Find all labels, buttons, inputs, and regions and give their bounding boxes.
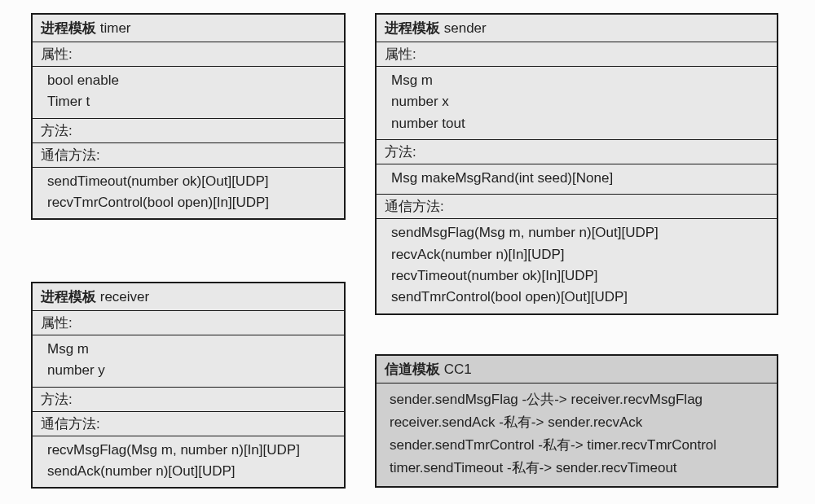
methods-label: 方法: (33, 119, 344, 143)
comm-body: sendMsgFlag(Msg m, number n)[Out][UDP] r… (377, 219, 777, 313)
attr-line: Msg m (47, 339, 336, 360)
channel-template-cc1: 信道模板 CC1 sender.sendMsgFlag -公共-> receiv… (375, 354, 778, 488)
header-name: timer (100, 20, 131, 36)
attrs-label: 属性: (377, 42, 777, 67)
methods-body: Msg makeMsgRand(int seed)[None] (377, 164, 777, 195)
comm-line: recvTmrControl(bool open)[In][UDP] (47, 192, 336, 213)
channel-line: receiver.sendAck -私有-> sender.recvAck (390, 411, 769, 434)
comm-line: sendAck(number n)[Out][UDP] (47, 461, 336, 482)
channel-body: sender.sendMsgFlag -公共-> receiver.recvMs… (377, 383, 777, 486)
methods-label: 方法: (377, 140, 777, 164)
attr-line: Msg m (391, 70, 769, 91)
comm-label: 通信方法: (377, 195, 777, 219)
process-template-receiver: 进程模板 receiver 属性: Msg m number y 方法: 通信方… (31, 282, 346, 489)
process-template-sender: 进程模板 sender 属性: Msg m number x number to… (375, 13, 778, 315)
attr-line: number tout (391, 113, 769, 134)
header-prefix: 进程模板 (385, 20, 440, 36)
attr-line: number x (391, 91, 769, 112)
comm-line: sendTimeout(number ok)[Out][UDP] (47, 171, 336, 192)
attr-line: number y (47, 360, 336, 381)
comm-body: sendTimeout(number ok)[Out][UDP] recvTmr… (33, 168, 344, 219)
comm-line: sendTmrControl(bool open)[Out][UDP] (391, 287, 769, 308)
process-template-timer: 进程模板 timer 属性: bool enable Timer t 方法: 通… (31, 13, 346, 220)
attrs-body: Msg m number y (33, 335, 344, 388)
header-prefix: 进程模板 (41, 289, 96, 305)
header-name: CC1 (444, 362, 472, 377)
attrs-body: Msg m number x number tout (377, 67, 777, 140)
attrs-label: 属性: (33, 311, 344, 335)
header-prefix: 进程模板 (41, 20, 96, 36)
attr-line: bool enable (47, 70, 336, 91)
box-header: 进程模板 sender (377, 15, 777, 42)
attrs-label: 属性: (33, 42, 344, 67)
header-prefix: 信道模板 (385, 362, 440, 377)
box-header: 进程模板 timer (33, 15, 344, 42)
comm-line: recvMsgFlag(Msg m, number n)[In][UDP] (47, 440, 336, 461)
comm-line: sendMsgFlag(Msg m, number n)[Out][UDP] (391, 222, 769, 243)
box-header: 信道模板 CC1 (377, 356, 777, 383)
method-line: Msg makeMsgRand(int seed)[None] (391, 168, 769, 189)
box-header: 进程模板 receiver (33, 283, 344, 311)
attr-line: Timer t (47, 91, 336, 112)
methods-label: 方法: (33, 388, 344, 412)
channel-line: timer.sendTimeout -私有-> sender.recvTimeo… (390, 457, 769, 480)
comm-line: recvAck(number n)[In][UDP] (391, 244, 769, 265)
header-name: sender (444, 20, 487, 36)
attrs-body: bool enable Timer t (33, 67, 344, 119)
comm-body: recvMsgFlag(Msg m, number n)[In][UDP] se… (33, 436, 344, 488)
header-name: receiver (100, 289, 149, 305)
comm-label: 通信方法: (33, 412, 344, 436)
channel-line: sender.sendTmrControl -私有-> timer.recvTm… (390, 434, 769, 457)
comm-line: recvTimeout(number ok)[In][UDP] (391, 265, 769, 287)
comm-label: 通信方法: (33, 143, 344, 168)
channel-line: sender.sendMsgFlag -公共-> receiver.recvMs… (390, 388, 769, 411)
